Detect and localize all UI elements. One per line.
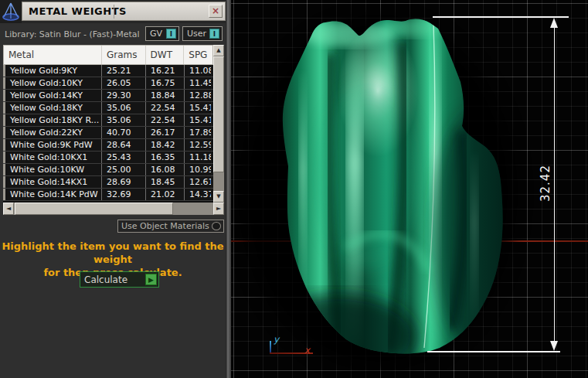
cell-grams: 28.64 xyxy=(102,139,146,151)
cell-metal: Yellow Gold:18KY R... xyxy=(3,114,102,126)
cell-metal: Yellow Gold:22KY xyxy=(3,127,102,138)
col-header-spg[interactable]: SPG xyxy=(184,46,212,64)
gem-cone-icon xyxy=(0,0,22,23)
cell-spg: 11.08 xyxy=(185,65,211,77)
ucs-x-axis-label: x xyxy=(304,345,310,356)
cell-dwt: 18.45 xyxy=(146,176,185,188)
cell-metal: White Gold:9K PdW xyxy=(3,139,102,151)
cell-spg: 11.18 xyxy=(185,152,211,163)
cell-grams: 40.70 xyxy=(102,127,146,138)
play-arrow-icon: ▶ xyxy=(145,274,157,285)
cell-spg: 12.59 xyxy=(185,139,211,151)
cell-metal: White Gold:10KW xyxy=(3,164,102,175)
cell-grams: 25.21 xyxy=(102,65,146,77)
calculate-button[interactable]: Calculate ▶ xyxy=(80,271,159,288)
instruction-line1: Highlight the item you want to find the … xyxy=(0,240,226,266)
cell-metal: White Gold:14KX1 xyxy=(3,176,102,188)
cell-dwt: 22.54 xyxy=(146,102,185,114)
cell-spg: 17.89 xyxy=(185,127,211,138)
cell-dwt: 18.42 xyxy=(146,139,185,151)
scroll-left-icon[interactable]: ◄ xyxy=(3,203,14,215)
table-row[interactable]: White Gold:10KW 25.00 16.08 10.99 xyxy=(3,164,213,176)
table-row[interactable]: Yellow Gold:10KY 26.05 16.75 11.45 xyxy=(3,77,213,90)
col-header-dwt[interactable]: DWT xyxy=(146,46,185,64)
user-toggle-button[interactable]: User I xyxy=(182,26,223,41)
user-label: User xyxy=(185,29,209,39)
titlebar-divider xyxy=(114,5,114,19)
table-row[interactable]: White Gold:9K PdW 28.64 18.42 12.59 xyxy=(3,139,213,152)
dimension-value: 32.42 xyxy=(539,156,552,210)
application-window: METAL WEIGHTS × Library: Satin Blur - (F… xyxy=(0,0,588,378)
cell-spg: 15.41 xyxy=(185,102,211,114)
titlebar-row: METAL WEIGHTS × xyxy=(0,0,226,23)
panel-viewport-divider[interactable] xyxy=(226,0,231,378)
dimension-extension-line-top xyxy=(433,16,569,18)
metal-weights-panel: METAL WEIGHTS × Library: Satin Blur - (F… xyxy=(0,0,226,378)
cell-metal: Yellow Gold:9KY xyxy=(3,65,102,77)
cell-spg: 12.61 xyxy=(185,176,211,188)
ucs-y-axis-line xyxy=(270,341,271,353)
panel-title: METAL WEIGHTS xyxy=(22,5,127,17)
vertical-scroll-thumb[interactable] xyxy=(213,56,224,172)
green-model-object[interactable] xyxy=(231,0,588,378)
dimension-arrow-up-icon xyxy=(550,18,558,28)
cell-grams: 32.69 xyxy=(102,189,146,200)
cell-grams: 29.30 xyxy=(102,90,146,101)
horizontal-scroll-thumb[interactable] xyxy=(15,203,173,215)
cell-dwt: 16.08 xyxy=(146,164,185,175)
cell-dwt: 18.84 xyxy=(146,90,185,101)
dimension-line[interactable] xyxy=(554,23,555,346)
3d-viewport[interactable]: 32.42 y x xyxy=(231,0,588,378)
gv-led-icon: I xyxy=(166,29,176,39)
table-row[interactable]: Yellow Gold:18KY 35.06 22.54 15.41 xyxy=(3,102,213,114)
gv-label: GV xyxy=(148,29,166,39)
cell-spg: 12.88 xyxy=(185,90,211,101)
calculate-label: Calculate xyxy=(80,274,145,285)
cell-dwt: 22.54 xyxy=(146,114,185,126)
col-header-grams[interactable]: Grams xyxy=(102,46,146,64)
cell-spg: 11.45 xyxy=(185,77,211,89)
cell-metal: Yellow Gold:18KY xyxy=(3,102,102,114)
cell-metal: Yellow Gold:10KY xyxy=(3,77,102,89)
col-header-metal[interactable]: Metal xyxy=(4,46,102,64)
metal-weights-table: Metal Grams DWT SPG Yellow Gold:9KY 25.2… xyxy=(3,45,224,215)
table-row[interactable]: White Gold:14KX1 28.69 18.45 12.61 xyxy=(3,176,213,189)
dimension-arrow-down-icon xyxy=(550,341,558,351)
cell-spg: 10.99 xyxy=(185,164,211,175)
close-icon[interactable]: × xyxy=(209,5,223,18)
table-row[interactable]: White Gold:14K PdW 32.69 21.02 14.37 xyxy=(3,189,213,201)
use-object-materials-dropdown[interactable]: Use Object Materials xyxy=(117,220,224,233)
table-row[interactable]: Yellow Gold:22KY 40.70 26.17 17.89 xyxy=(3,127,213,139)
ucs-y-axis-label: y xyxy=(274,334,279,345)
cell-metal: Yellow Gold:14KY xyxy=(3,90,102,101)
panel-titlebar[interactable]: METAL WEIGHTS × xyxy=(22,2,226,21)
dropdown-circle-icon xyxy=(212,222,221,230)
cell-spg: 15.41 xyxy=(185,114,211,126)
user-led-icon: I xyxy=(209,29,219,39)
cell-grams: 35.06 xyxy=(102,114,146,126)
vertical-scrollbar[interactable]: ▲ ▼ xyxy=(213,45,224,203)
table-row[interactable]: Yellow Gold:9KY 25.21 16.21 11.08 xyxy=(3,65,213,77)
cell-dwt: 16.21 xyxy=(146,65,185,77)
cell-metal: White Gold:14K PdW xyxy=(3,189,102,200)
table-row[interactable]: Yellow Gold:18KY R... 35.06 22.54 15.41 xyxy=(3,114,213,127)
table-row[interactable]: White Gold:10KX1 25.43 16.35 11.18 xyxy=(3,152,213,164)
cell-dwt: 16.35 xyxy=(146,152,185,163)
cell-grams: 25.00 xyxy=(102,164,146,175)
scroll-down-icon[interactable]: ▼ xyxy=(213,191,224,203)
table-body: Yellow Gold:9KY 25.21 16.21 11.08 Yellow… xyxy=(3,65,213,203)
library-label: Library: Satin Blur - (Fast)-Metal xyxy=(5,29,140,39)
cell-dwt: 16.75 xyxy=(146,77,185,89)
scroll-up-icon[interactable]: ▲ xyxy=(213,45,224,56)
cell-grams: 26.05 xyxy=(102,77,146,89)
cell-dwt: 21.02 xyxy=(146,189,185,200)
table-row[interactable]: Yellow Gold:14KY 29.30 18.84 12.88 xyxy=(3,90,213,102)
cell-grams: 25.43 xyxy=(102,152,146,163)
horizontal-scrollbar[interactable]: ◄ ► xyxy=(3,203,224,215)
dimension-extension-line-bottom xyxy=(427,351,560,352)
materials-dropdown-label: Use Object Materials xyxy=(118,221,212,231)
cell-grams: 35.06 xyxy=(102,102,146,114)
cell-dwt: 26.17 xyxy=(146,127,185,138)
gv-toggle-button[interactable]: GV I xyxy=(145,26,179,41)
scroll-right-icon[interactable]: ► xyxy=(213,203,224,215)
